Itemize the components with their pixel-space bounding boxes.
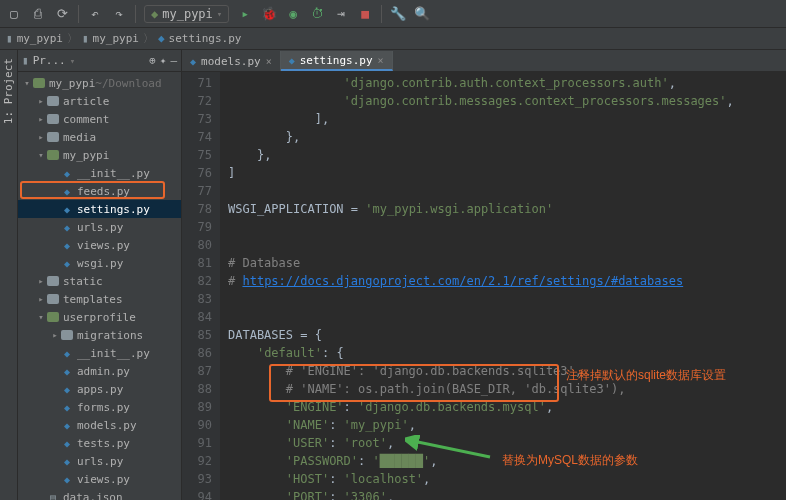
- tree-item-label: tests.py: [77, 437, 130, 450]
- tree-row[interactable]: ▸migrations: [18, 326, 181, 344]
- tree-row[interactable]: ◆urls.py: [18, 452, 181, 470]
- code-line[interactable]: 'HOST': 'localhost',: [228, 470, 786, 488]
- tree-item-label: feeds.py: [77, 185, 130, 198]
- python-file-icon: ◆: [60, 400, 74, 414]
- code-line[interactable]: 'django.contrib.messages.context_process…: [228, 92, 786, 110]
- tree-row[interactable]: ◆wsgi.py: [18, 254, 181, 272]
- debug-icon[interactable]: 🐞: [261, 6, 277, 22]
- code-line[interactable]: 'ENGINE': 'django.db.backends.mysql',: [228, 398, 786, 416]
- collapse-icon[interactable]: ⊕: [149, 54, 156, 67]
- attach-icon[interactable]: ⇥: [333, 6, 349, 22]
- code-line[interactable]: 'USER': 'root',: [228, 434, 786, 452]
- python-file-icon: ◆: [60, 166, 74, 180]
- tree-row[interactable]: ▾userprofile: [18, 308, 181, 326]
- tree-row[interactable]: ▸comment: [18, 110, 181, 128]
- folder-icon: [32, 76, 46, 90]
- file-tab[interactable]: ◆models.py×: [182, 51, 281, 71]
- tree-row[interactable]: ◆feeds.py: [18, 182, 181, 200]
- tree-row[interactable]: ◆views.py: [18, 236, 181, 254]
- code-line[interactable]: [228, 218, 786, 236]
- tab-label: settings.py: [300, 54, 373, 67]
- code-line[interactable]: },: [228, 128, 786, 146]
- tree-item-label: models.py: [77, 419, 137, 432]
- code-line[interactable]: 'default': {: [228, 344, 786, 362]
- tree-item-label: views.py: [77, 239, 130, 252]
- python-file-icon: ◆: [60, 382, 74, 396]
- editor-tabs: ◆models.py×◆settings.py×: [182, 50, 786, 72]
- tree-row[interactable]: ◆settings.py: [18, 200, 181, 218]
- code-line[interactable]: },: [228, 146, 786, 164]
- tree-row[interactable]: ▸media: [18, 128, 181, 146]
- close-tab-icon[interactable]: ×: [266, 56, 272, 67]
- code-line[interactable]: WSGI_APPLICATION = 'my_pypi.wsgi.applica…: [228, 200, 786, 218]
- code-line[interactable]: # https://docs.djangoproject.com/en/2.1/…: [228, 272, 786, 290]
- code-line[interactable]: 'NAME': 'my_pypi',: [228, 416, 786, 434]
- profile-icon[interactable]: ⏱: [309, 6, 325, 22]
- tree-row[interactable]: ▾my_pypi ~/Download: [18, 74, 181, 92]
- tree-row[interactable]: ◆__init__.py: [18, 164, 181, 182]
- folder-icon: [46, 130, 60, 144]
- code-line[interactable]: # Database: [228, 254, 786, 272]
- code-line[interactable]: 'PORT': '3306',: [228, 488, 786, 500]
- stop-icon[interactable]: ■: [357, 6, 373, 22]
- breadcrumb: ▮ my_pypi 〉 ▮ my_pypi 〉 ◆ settings.py: [0, 28, 786, 50]
- project-tool-tab[interactable]: 1: Project: [0, 50, 18, 500]
- code-line[interactable]: ],: [228, 110, 786, 128]
- python-file-icon: ◆: [60, 238, 74, 252]
- gear-icon[interactable]: ✦: [160, 54, 167, 67]
- close-tab-icon[interactable]: ×: [378, 55, 384, 66]
- tree-row[interactable]: ▤data.json: [18, 488, 181, 500]
- breadcrumb-item[interactable]: settings.py: [169, 32, 242, 45]
- tree-row[interactable]: ◆apps.py: [18, 380, 181, 398]
- tree-item-label: __init__.py: [77, 347, 150, 360]
- refresh-icon[interactable]: ⟳: [54, 6, 70, 22]
- tree-row[interactable]: ◆models.py: [18, 416, 181, 434]
- file-tab[interactable]: ◆settings.py×: [281, 51, 393, 71]
- settings-icon[interactable]: 🔧: [390, 6, 406, 22]
- tree-row[interactable]: ◆tests.py: [18, 434, 181, 452]
- project-tree[interactable]: ▾my_pypi ~/Download▸article▸comment▸medi…: [18, 72, 181, 500]
- breadcrumb-item[interactable]: my_pypi: [93, 32, 139, 45]
- tree-row[interactable]: ▾my_pypi: [18, 146, 181, 164]
- undo-icon[interactable]: ↶: [87, 6, 103, 22]
- search-icon[interactable]: 🔍: [414, 6, 430, 22]
- code-editor[interactable]: 'django.contrib.auth.context_processors.…: [220, 72, 786, 500]
- open-icon[interactable]: ▢: [6, 6, 22, 22]
- tree-item-label: article: [63, 95, 109, 108]
- tree-row[interactable]: ◆urls.py: [18, 218, 181, 236]
- redo-icon[interactable]: ↷: [111, 6, 127, 22]
- tree-row[interactable]: ◆forms.py: [18, 398, 181, 416]
- hide-icon[interactable]: —: [170, 54, 177, 67]
- tree-row[interactable]: ◆views.py: [18, 470, 181, 488]
- code-line[interactable]: ]: [228, 164, 786, 182]
- project-panel: ▮ Pr... ▾ ⊕ ✦ — ▾my_pypi ~/Download▸arti…: [18, 50, 182, 500]
- breadcrumb-item[interactable]: my_pypi: [17, 32, 63, 45]
- run-config-selector[interactable]: ◆ my_pypi ▾: [144, 5, 229, 23]
- python-file-icon: ◆: [60, 346, 74, 360]
- code-line[interactable]: [228, 290, 786, 308]
- code-line[interactable]: [228, 308, 786, 326]
- code-line[interactable]: DATABASES = {: [228, 326, 786, 344]
- tree-row[interactable]: ◆admin.py: [18, 362, 181, 380]
- code-line[interactable]: 'django.contrib.auth.context_processors.…: [228, 74, 786, 92]
- code-line[interactable]: [228, 182, 786, 200]
- file-icon: ▤: [46, 490, 60, 500]
- tree-item-label: apps.py: [77, 383, 123, 396]
- save-icon[interactable]: ⎙: [30, 6, 46, 22]
- tree-item-label: media: [63, 131, 96, 144]
- python-file-icon: ◆: [60, 454, 74, 468]
- folder-icon: [46, 292, 60, 306]
- tree-row[interactable]: ◆__init__.py: [18, 344, 181, 362]
- tree-row[interactable]: ▸static: [18, 272, 181, 290]
- tree-item-label: my_pypi: [63, 149, 109, 162]
- tree-item-label: admin.py: [77, 365, 130, 378]
- tree-row[interactable]: ▸templates: [18, 290, 181, 308]
- code-line[interactable]: [228, 236, 786, 254]
- folder-icon: [46, 148, 60, 162]
- tree-row[interactable]: ▸article: [18, 92, 181, 110]
- tree-item-label: templates: [63, 293, 123, 306]
- python-file-icon: ◆: [60, 184, 74, 198]
- run-icon[interactable]: ▸: [237, 6, 253, 22]
- tab-label: models.py: [201, 55, 261, 68]
- coverage-icon[interactable]: ◉: [285, 6, 301, 22]
